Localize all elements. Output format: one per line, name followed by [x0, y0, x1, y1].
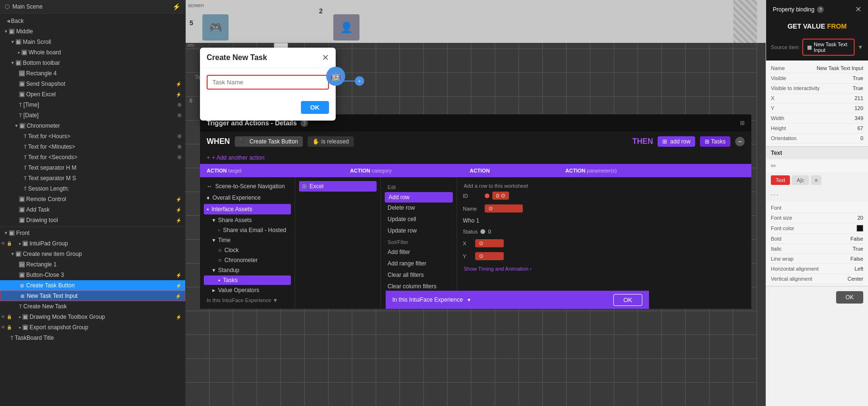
header-lightning-icon[interactable]: ⚡ [172, 3, 180, 10]
tree-item-bottom-toolbar[interactable]: ▼ ▦ Bottom toolbar [0, 58, 185, 68]
tree-item-text-hours[interactable]: T Text for <Hours> [0, 131, 185, 142]
right-close-button[interactable]: ✕ [855, 5, 861, 14]
add-row-action[interactable]: Add row [385, 192, 453, 203]
tree-item-rectangle1[interactable]: ▭ Rectangle 1 [0, 259, 185, 270]
when-chip[interactable]: ⬛ Create Task Button [235, 136, 303, 147]
tree-item-sep-hm[interactable]: T Text separator H M [0, 162, 185, 173]
clear-all-filters-action[interactable]: Clear all filters [385, 270, 453, 280]
tree-item-main-scroll[interactable]: ▼ ▦ Main Scroll [0, 37, 185, 47]
tree-item-session-length[interactable]: T Session Length: [0, 183, 185, 194]
tree-item-text-minutes[interactable]: T Text for <Minutes> [0, 142, 185, 152]
edit-section-label: Edit [385, 183, 453, 192]
tree-item-new-task-text-input[interactable]: ▦ New Task Text Input ⚡ [0, 291, 185, 301]
action-interface-assets[interactable]: ▪ Interface Assets [204, 204, 291, 214]
rect4-label: Rectangle 4 [26, 70, 181, 77]
time-chevron: ▾ [212, 237, 215, 244]
tree-item-intuipad-group[interactable]: 👁 🔒 ▸ ▦ IntuiPad Group [0, 238, 185, 249]
id-param-value[interactable]: 0 ⊙ [492, 192, 509, 200]
action-overall-exp[interactable]: ♦ Overall Experience [204, 193, 291, 203]
name-prop-label: Name [771, 65, 785, 71]
strip-ok-button[interactable]: OK [613, 294, 642, 306]
canvas-card-1: 🎮 [202, 14, 229, 41]
source-chip[interactable]: ▦ New Task Text Input [802, 39, 855, 56]
dialog-ok-button[interactable]: OK [301, 101, 329, 114]
stamp-bar [733, 0, 757, 43]
tree-item-middle[interactable]: ▼ ▦ Middle [0, 26, 185, 37]
bottom-strip-left: In this IntuiFace Experience ▼ [392, 296, 471, 303]
show-timing-button[interactable]: Show Timing and Animation › [461, 264, 748, 274]
right-ok-button[interactable]: OK [836, 291, 863, 304]
delete-row-action[interactable]: Delete row [385, 203, 453, 213]
seconds-toggle[interactable] [178, 155, 181, 159]
show-timing-text: Show Timing and Animation › [464, 266, 531, 272]
text-tab-text[interactable]: Text [771, 175, 790, 185]
hours-toggle[interactable] [178, 134, 181, 138]
strip-chevron[interactable]: ▼ [467, 297, 471, 303]
action-share-email[interactable]: ◦ Share via Email - Hosted [204, 225, 291, 235]
update-row-action[interactable]: Update row [385, 225, 453, 236]
action-share-assets[interactable]: ▾ Share Assets [204, 215, 291, 225]
add-filter-action[interactable]: Add filter [385, 247, 453, 257]
visible-prop-label: Visible [771, 75, 786, 81]
action-value-operators[interactable]: ▸ Value Operators [204, 285, 291, 295]
then-action-text: add row [670, 138, 690, 145]
text-tab-binding[interactable]: ≡ [811, 175, 821, 185]
minus-button[interactable]: − [735, 137, 745, 146]
tree-item-time[interactable]: T [Time] [0, 100, 185, 110]
fontcolor-swatch[interactable] [857, 225, 863, 232]
action-tasks[interactable]: ▪ Tasks [204, 275, 291, 285]
add-range-filter-action[interactable]: Add range filter [385, 258, 453, 269]
tree-item-sep-ms[interactable]: T Text separator M S [0, 173, 185, 183]
tree-item-remote-control[interactable]: ▦ Remote Control ⚡ [0, 194, 185, 204]
tree-item-front[interactable]: ▼ ▦ Front [0, 228, 185, 238]
name-param-value[interactable]: ⊙ [485, 204, 523, 213]
action-standup[interactable]: ▾ Standup [204, 265, 291, 275]
rect1-icon: ▭ [19, 262, 25, 267]
then-target-chip[interactable]: ⊞ Tasks [700, 136, 730, 147]
grid-layout-icon[interactable]: ⊞ [740, 120, 745, 126]
category-excel[interactable]: ⊞ Excel [299, 181, 377, 192]
prop-name-row: Name New Task Text Input [771, 63, 863, 73]
tree-item-whole-board[interactable]: ▸ ▦ Whole board [0, 47, 185, 58]
tree-item-add-task[interactable]: ▦ Add Task ⚡ [0, 204, 185, 215]
add-another-action[interactable]: + + Add another action [200, 152, 751, 164]
tree-item-send-snapshot[interactable]: ▦ Send Snapshot ⚡ [0, 79, 185, 89]
minutes-toggle[interactable] [178, 145, 181, 149]
action-chronometer[interactable]: ○ Chronometer [204, 255, 291, 265]
tree-item-open-excel[interactable]: ▦ Open Excel ⚡ [0, 89, 185, 100]
tree-item-export-snapshot-group[interactable]: 👁 🔒 ▸ ▦ Export snapshot Group [0, 322, 185, 333]
tree-item-date[interactable]: T [Date] [0, 110, 185, 121]
standup-label: Standup [218, 267, 239, 274]
tree-item-button-close3[interactable]: ▦ Button-Close 3 ⚡ [0, 270, 185, 280]
update-cell-action[interactable]: Update cell [385, 214, 453, 224]
tree-item-text-seconds[interactable]: T Text for <Seconds> [0, 152, 185, 162]
more-icon[interactable]: ··· [771, 191, 779, 198]
tree-item-drawing-mode-group[interactable]: 👁 🔒 ▸ ▦ Drawing Mode Toolbox Group ⚡ [0, 312, 185, 322]
tree-item-back[interactable]: ◀ Back [0, 16, 185, 26]
time-toggle[interactable] [178, 103, 181, 107]
pencil-icon[interactable]: ✏ [771, 162, 777, 170]
taskboardtitle-t-icon: T [10, 335, 13, 341]
tree-item-drawing-tool[interactable]: ▦ Drawing tool ⚡ [0, 215, 185, 225]
y-param-value[interactable]: ⊙ [475, 252, 504, 260]
then-action-chip[interactable]: ⊞ add row [658, 136, 695, 147]
action-scene-nav[interactable]: ↔ Scene-to-Scene Navigation [204, 181, 291, 192]
text-tab-abc[interactable]: A∫c [792, 175, 809, 185]
x-param-value[interactable]: ⊙ [475, 239, 504, 247]
tree-item-rectangle4[interactable]: ▭ Rectangle 4 [0, 68, 185, 79]
bottomtoolbar-label: Bottom toolbar [23, 60, 181, 66]
dialog-header: Create New Task ✕ [200, 48, 336, 68]
tree-item-create-new-task[interactable]: T Create New Task [0, 301, 185, 312]
dialog-close-button[interactable]: ✕ [322, 52, 329, 63]
source-dropdown-icon[interactable]: ▼ [858, 44, 863, 51]
tree-item-create-task-button[interactable]: ▦ Create Task Button ⚡ [0, 280, 185, 291]
right-help-icon[interactable]: ? [817, 6, 824, 13]
tree-item-taskboard-title[interactable]: T TaskBoard Title [0, 333, 185, 343]
tree-item-chronometer[interactable]: ▼ ▦ Chronometer [0, 121, 185, 131]
action-time[interactable]: ▾ Time [204, 235, 291, 245]
action-clock[interactable]: ○ Clock [204, 245, 291, 255]
date-toggle[interactable] [178, 113, 181, 117]
tree-item-create-new-item-group[interactable]: ▼ ▦ Create new item Group [0, 249, 185, 259]
clear-column-filters-action[interactable]: Clear column filters [385, 281, 453, 292]
task-name-input[interactable] [212, 79, 323, 86]
